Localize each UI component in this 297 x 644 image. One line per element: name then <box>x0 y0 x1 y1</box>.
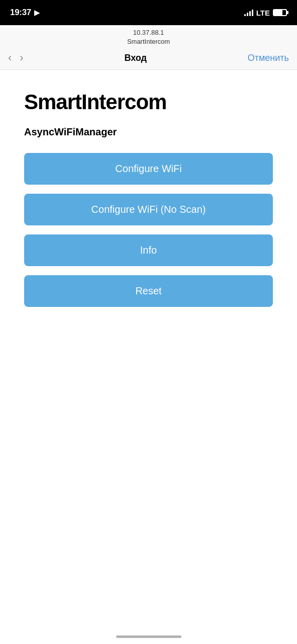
page-title: SmartIntercom <box>24 90 273 114</box>
nav-title: Вход <box>124 53 147 63</box>
battery-icon <box>273 9 287 16</box>
info-button[interactable]: Info <box>24 234 273 266</box>
reset-button[interactable]: Reset <box>24 275 273 307</box>
nav-controls: ‹ › Вход Отменить <box>0 48 297 69</box>
status-indicators: LTE <box>244 9 287 17</box>
forward-button[interactable]: › <box>20 51 23 64</box>
home-indicator <box>116 635 181 638</box>
configure-wifi-button[interactable]: Configure WiFi <box>24 153 273 185</box>
nav-bar: 10.37.88.1 SmartIntercom ‹ › Вход Отмени… <box>0 25 297 70</box>
configure-wifi-noscan-button[interactable]: Configure WiFi (No Scan) <box>24 194 273 225</box>
url-line1: 10.37.88.1 <box>133 28 164 37</box>
main-content: SmartIntercom AsyncWiFiManager Configure… <box>0 70 297 327</box>
cancel-button[interactable]: Отменить <box>248 53 289 63</box>
page-subtitle: AsyncWiFiManager <box>24 126 273 138</box>
url-line2: SmartIntercom <box>127 37 170 46</box>
button-group: Configure WiFi Configure WiFi (No Scan) … <box>24 153 273 307</box>
status-time-area: 19:37 ▶ <box>10 8 40 18</box>
signal-icon <box>244 9 253 16</box>
nav-arrows: ‹ › <box>8 51 24 64</box>
location-icon: ▶ <box>34 9 40 17</box>
lte-label: LTE <box>256 9 270 17</box>
time-display: 19:37 <box>10 8 31 18</box>
status-bar: 19:37 ▶ LTE <box>0 0 297 25</box>
back-button[interactable]: ‹ <box>8 51 12 64</box>
url-bar: 10.37.88.1 SmartIntercom <box>0 25 297 48</box>
